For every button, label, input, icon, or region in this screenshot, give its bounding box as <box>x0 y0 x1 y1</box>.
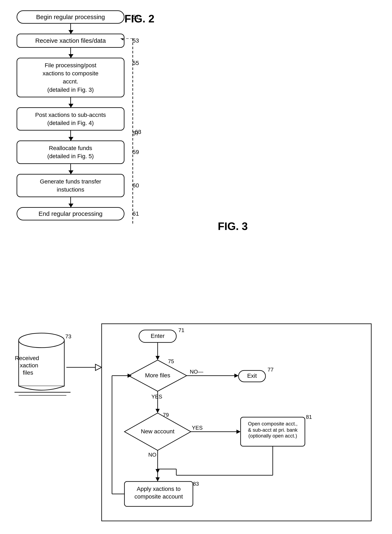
connector-line-4 <box>70 131 71 141</box>
svg-text:83: 83 <box>193 481 199 487</box>
svg-text:YES: YES <box>151 393 162 400</box>
step-61: End regular processing 61 <box>17 207 124 220</box>
svg-text:New account: New account <box>141 428 174 435</box>
connector-line-1 <box>70 24 71 34</box>
svg-text:Enter: Enter <box>151 333 165 339</box>
svg-text:79: 79 <box>163 412 169 418</box>
connector-1 <box>17 24 124 34</box>
connector-3 <box>17 97 124 107</box>
svg-text:NO—: NO— <box>190 369 203 375</box>
connector-6 <box>17 197 124 207</box>
page: FIG. 2 Begin regular processing 51 Recei… <box>0 0 392 534</box>
svg-text:71: 71 <box>178 327 184 333</box>
svg-text:Exit: Exit <box>247 373 257 379</box>
cylinder-to-flow-arrow <box>66 364 102 370</box>
connector-2 <box>17 48 124 58</box>
svg-text:73: 73 <box>65 333 71 340</box>
svg-text:xaction: xaction <box>20 362 38 369</box>
feedback-loop: 63 <box>116 38 147 225</box>
svg-text:75: 75 <box>168 358 174 364</box>
step-51: Begin regular processing 51 <box>17 10 124 24</box>
receive-box: Receive xaction files/data <box>17 34 124 48</box>
connector-line-3 <box>70 97 71 107</box>
step-57: Post xactions to sub-accnts(detailed in … <box>17 107 124 131</box>
fig3-label: FIG. 3 <box>218 220 248 232</box>
cylinder-group: Received xaction files 73 <box>14 333 71 395</box>
postxact-box: Post xactions to sub-accnts(detailed in … <box>17 107 124 131</box>
svg-text:files: files <box>23 369 33 376</box>
fig2-label: FIG. 2 <box>124 12 154 25</box>
svg-text:Received: Received <box>15 355 39 361</box>
step-53: Receive xaction files/data 53 <box>17 34 124 48</box>
svg-text:81: 81 <box>306 414 312 420</box>
step-59: Reallocate funds(detailed in Fig. 5) 59 <box>17 141 124 164</box>
connector-5 <box>17 164 124 174</box>
svg-text:77: 77 <box>268 367 274 373</box>
svg-point-4 <box>19 333 64 348</box>
connector-line-2 <box>70 48 71 58</box>
fig2-flowchart: Begin regular processing 51 Receive xact… <box>17 10 124 220</box>
connector-4 <box>17 131 124 141</box>
svg-text:& sub-acct at pri. bank: & sub-acct at pri. bank <box>248 427 298 433</box>
connector-line-5 <box>70 164 71 174</box>
svg-text:63: 63 <box>135 129 141 135</box>
generate-box: Generate funds transferinstuctions <box>17 174 124 197</box>
svg-marker-1 <box>120 38 123 40</box>
step-55: File processing/postxactions to composit… <box>17 58 124 97</box>
svg-text:(optionally open acct.): (optionally open acct.) <box>248 433 297 439</box>
begin-oval: Begin regular processing <box>17 10 124 24</box>
svg-text:Apply xactions to: Apply xactions to <box>137 486 181 492</box>
end-oval: End regular processing <box>17 207 124 220</box>
step-60: Generate funds transferinstuctions 60 <box>17 174 124 197</box>
svg-text:composite account: composite account <box>134 493 183 500</box>
svg-text:YES: YES <box>192 425 203 431</box>
label-51: 51 <box>133 14 139 20</box>
svg-marker-12 <box>95 364 102 370</box>
connector-line-6 <box>70 197 71 207</box>
svg-text:Open composite acct.,: Open composite acct., <box>248 421 298 426</box>
svg-text:NO: NO <box>148 452 156 458</box>
fileproc-box: File processing/postxactions to composit… <box>17 58 124 97</box>
reallocate-box: Reallocate funds(detailed in Fig. 5) <box>17 141 124 164</box>
svg-text:More files: More files <box>145 372 170 378</box>
fig3-flowchart: Received xaction files 73 Enter 71 More … <box>12 320 386 527</box>
